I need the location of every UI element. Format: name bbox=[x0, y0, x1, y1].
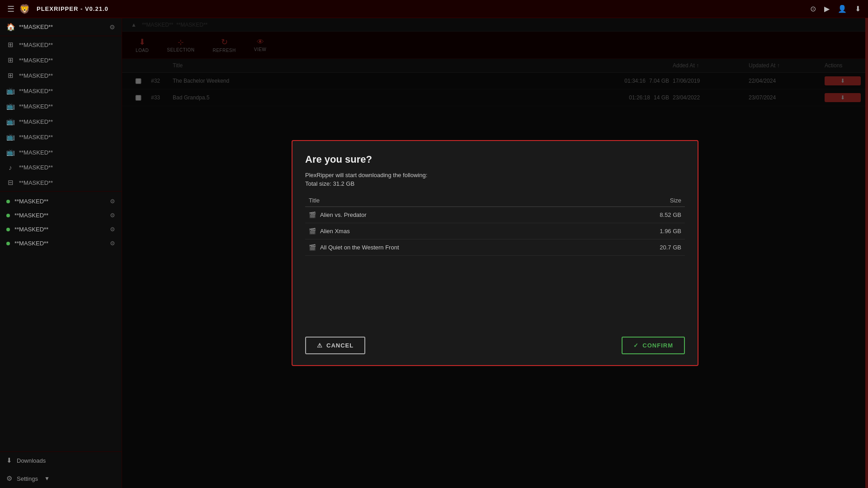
modal-table-row-0: 🎬 Alien vs. Predator 8.52 GB bbox=[305, 207, 685, 223]
modal-item-title-2: 🎬 All Quiet on the Western Front bbox=[305, 239, 598, 256]
tv-icon-6: 📺 bbox=[6, 133, 14, 141]
modal-subtitle: PlexRipper will start downloading the fo… bbox=[305, 172, 685, 178]
sidebar-server-3[interactable]: **MASKED** ⚙ bbox=[0, 236, 122, 250]
download-icon[interactable]: ⬇ bbox=[855, 5, 861, 13]
modal-item-title-0: 🎬 Alien vs. Predator bbox=[305, 207, 598, 223]
sidebar-item-8[interactable]: ♪ **MASKED** bbox=[0, 160, 122, 175]
tv-icon-4: 📺 bbox=[6, 102, 14, 110]
sidebar-item-7[interactable]: 📺 **MASKED** bbox=[0, 145, 122, 160]
sidebar-home-row[interactable]: 🏠 **MASKED** ⚙ bbox=[0, 18, 122, 36]
sidebar-label-4: **MASKED** bbox=[19, 103, 115, 110]
sidebar-item-3[interactable]: 📺 **MASKED** bbox=[0, 83, 122, 99]
modal-title: Are you sure? bbox=[305, 154, 685, 165]
downloads-label: Downloads bbox=[17, 457, 46, 464]
cancel-button[interactable]: ⚠ CANCEL bbox=[305, 337, 365, 354]
film-icon-0: 🎬 bbox=[309, 211, 316, 218]
sidebar-server-1[interactable]: **MASKED** ⚙ bbox=[0, 208, 122, 222]
play-icon[interactable]: ▶ bbox=[824, 5, 830, 13]
sidebar-label-3: **MASKED** bbox=[19, 88, 115, 94]
grid-icon-1: ⊞ bbox=[6, 56, 14, 64]
film-icon-2: 🎬 bbox=[309, 244, 316, 251]
sidebar-label-7: **MASKED** bbox=[19, 149, 115, 156]
menu-icon[interactable]: ☰ bbox=[7, 4, 14, 14]
tv-icon-5: 📺 bbox=[6, 117, 14, 126]
sidebar-label-5: **MASKED** bbox=[19, 118, 115, 125]
github-icon[interactable]: ⊙ bbox=[810, 5, 816, 13]
settings-label: Settings bbox=[17, 475, 38, 482]
modal-col-title-header: Title bbox=[305, 194, 598, 207]
grid-icon-9: ⊟ bbox=[6, 178, 14, 187]
server-label-2: **MASKED** bbox=[14, 226, 105, 233]
home-icon: 🏠 bbox=[6, 23, 15, 31]
topbar-right: ⊙ ▶ 👤 ⬇ bbox=[810, 5, 861, 13]
modal-table: Title Size 🎬 Alien vs. Predator 8.52 GB bbox=[305, 194, 685, 256]
modal-table-row-1: 🎬 Alien Xmas 1.96 GB bbox=[305, 223, 685, 239]
topbar: ☰ 🦁 PLEXRIPPER - V0.21.0 ⊙ ▶ 👤 ⬇ bbox=[0, 0, 868, 18]
modal-item-title-1: 🎬 Alien Xmas bbox=[305, 223, 598, 239]
confirm-modal: Are you sure? PlexRipper will start down… bbox=[292, 140, 698, 366]
server-active-dot-2 bbox=[6, 228, 10, 231]
music-icon-8: ♪ bbox=[6, 164, 14, 171]
sidebar-label-6: **MASKED** bbox=[19, 134, 115, 141]
sidebar-item-5[interactable]: 📺 **MASKED** bbox=[0, 114, 122, 129]
sidebar-server-2[interactable]: **MASKED** ⚙ bbox=[0, 222, 122, 236]
sidebar-item-2[interactable]: ⊞ **MASKED** bbox=[0, 68, 122, 83]
downloads-icon: ⬇ bbox=[6, 456, 12, 465]
server-gear-icon-1[interactable]: ⚙ bbox=[110, 212, 115, 219]
sidebar-item-6[interactable]: 📺 **MASKED** bbox=[0, 129, 122, 145]
modal-col-size-header: Size bbox=[598, 194, 685, 207]
sidebar-settings-item[interactable]: ⚙ Settings ▼ bbox=[0, 469, 122, 488]
sidebar-label-2: **MASKED** bbox=[19, 72, 115, 79]
modal-footer: ⚠ CANCEL ✓ CONFIRM bbox=[305, 328, 685, 354]
warning-icon: ⚠ bbox=[317, 342, 323, 349]
modal-total: Total size: 31.2 GB bbox=[305, 180, 685, 187]
sidebar-home-gear-icon[interactable]: ⚙ bbox=[109, 23, 115, 31]
film-icon-1: 🎬 bbox=[309, 228, 316, 235]
sidebar-item-9[interactable]: ⊟ **MASKED** bbox=[0, 175, 122, 190]
content-area: ▲ **MASKED** **MASKED** ⬇ LOAD ⊹ SELECTI… bbox=[122, 18, 868, 488]
sidebar-item-0[interactable]: ⊞ **MASKED** bbox=[0, 37, 122, 52]
server-label-0: **MASKED** bbox=[14, 198, 105, 205]
modal-item-size-2: 20.7 GB bbox=[598, 239, 685, 256]
grid-icon-0: ⊞ bbox=[6, 41, 14, 49]
sidebar-item-4[interactable]: 📺 **MASKED** bbox=[0, 99, 122, 114]
server-active-dot-3 bbox=[6, 242, 10, 245]
modal-overlay: Are you sure? PlexRipper will start down… bbox=[122, 18, 868, 488]
server-gear-icon-2[interactable]: ⚙ bbox=[110, 226, 115, 233]
sidebar-label-8: **MASKED** bbox=[19, 164, 115, 171]
main-layout: 🏠 **MASKED** ⚙ ⊞ **MASKED** ⊞ **MASKED**… bbox=[0, 18, 868, 488]
server-active-dot-1 bbox=[6, 214, 10, 217]
sidebar-bottom: ⬇ Downloads ⚙ Settings ▼ bbox=[0, 451, 122, 488]
sidebar-item-1[interactable]: ⊞ **MASKED** bbox=[0, 52, 122, 68]
tv-icon-3: 📺 bbox=[6, 87, 14, 95]
sidebar-servers-section: **MASKED** ⚙ **MASKED** ⚙ **MASKED** ⚙ *… bbox=[0, 191, 122, 250]
server-label-3: **MASKED** bbox=[14, 240, 105, 247]
app-title: PLEXRIPPER - V0.21.0 bbox=[37, 5, 108, 12]
server-label-1: **MASKED** bbox=[14, 212, 105, 219]
sidebar-label-9: **MASKED** bbox=[19, 179, 115, 186]
sidebar: 🏠 **MASKED** ⚙ ⊞ **MASKED** ⊞ **MASKED**… bbox=[0, 18, 122, 488]
sidebar-label-0: **MASKED** bbox=[19, 42, 115, 48]
checkmark-icon: ✓ bbox=[633, 342, 639, 349]
confirm-button[interactable]: ✓ CONFIRM bbox=[622, 337, 685, 354]
modal-item-size-0: 8.52 GB bbox=[598, 207, 685, 223]
sidebar-label-1: **MASKED** bbox=[19, 57, 115, 64]
server-gear-icon-3[interactable]: ⚙ bbox=[110, 240, 115, 247]
tv-icon-7: 📺 bbox=[6, 148, 14, 156]
server-gear-icon-0[interactable]: ⚙ bbox=[110, 198, 115, 205]
sidebar-downloads-item[interactable]: ⬇ Downloads bbox=[0, 452, 122, 469]
settings-icon: ⚙ bbox=[6, 474, 12, 483]
modal-table-row-2: 🎬 All Quiet on the Western Front 20.7 GB bbox=[305, 239, 685, 256]
sidebar-items-section: ⊞ **MASKED** ⊞ **MASKED** ⊞ **MASKED** 📺… bbox=[0, 36, 122, 191]
grid-icon-2: ⊞ bbox=[6, 71, 14, 80]
sidebar-server-0[interactable]: **MASKED** ⚙ bbox=[0, 194, 122, 208]
user-icon[interactable]: 👤 bbox=[838, 5, 847, 13]
modal-item-size-1: 1.96 GB bbox=[598, 223, 685, 239]
server-active-dot-0 bbox=[6, 200, 10, 203]
sidebar-home-label: **MASKED** bbox=[19, 23, 106, 30]
logo-icon: 🦁 bbox=[19, 4, 30, 14]
settings-expand-icon[interactable]: ▼ bbox=[42, 474, 52, 483]
